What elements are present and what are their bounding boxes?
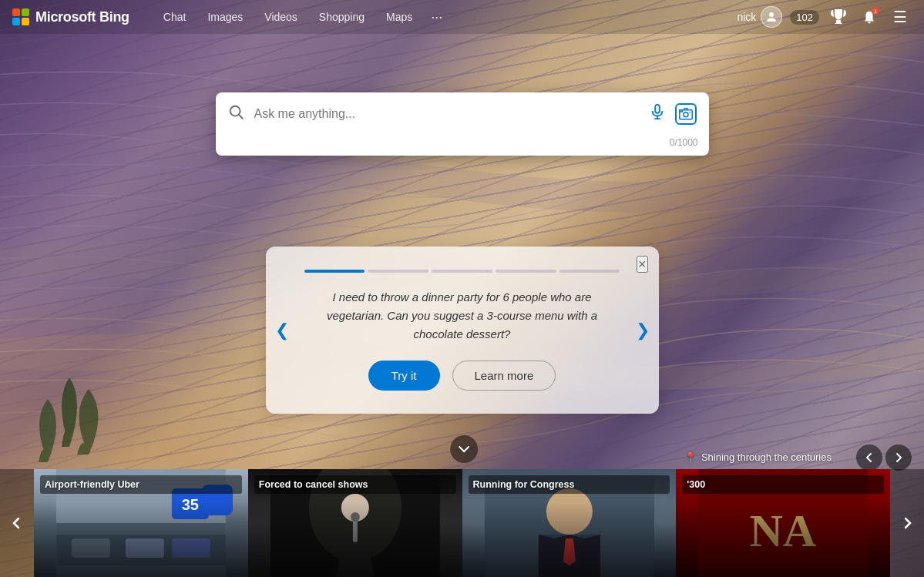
search-input-row xyxy=(228,103,697,125)
background-credit: 📍 Shining through the centuries xyxy=(684,451,832,463)
trophy-icon xyxy=(829,8,848,26)
svg-rect-8 xyxy=(689,112,690,113)
search-container: 0/1000 xyxy=(216,92,709,156)
background-nav-buttons xyxy=(856,444,912,471)
microphone-button[interactable] xyxy=(649,103,666,125)
nav-links: Chat Images Videos Shopping Maps ··· xyxy=(154,6,738,29)
svg-line-2 xyxy=(239,115,243,119)
search-icon xyxy=(228,104,245,125)
prev-tooltip-button[interactable]: ❮ xyxy=(275,320,289,340)
image-search-button[interactable] xyxy=(675,103,697,125)
bg-next-button[interactable] xyxy=(885,444,912,471)
user-name-label: nick xyxy=(737,11,756,23)
nav-chat[interactable]: Chat xyxy=(154,6,196,28)
scroll-down-button[interactable] xyxy=(450,435,478,463)
avatar xyxy=(761,6,782,28)
user-icon xyxy=(764,10,778,24)
svg-rect-9 xyxy=(679,110,682,112)
news-card-2[interactable]: Forced to cancel shows xyxy=(248,469,462,577)
logo-sq-red xyxy=(12,8,20,16)
news-card-3-title: Running for Congress xyxy=(469,475,670,494)
svg-point-0 xyxy=(769,12,774,17)
card-action-buttons: Try it Learn more xyxy=(304,361,620,391)
navbar: Microsoft Bing Chat Images Videos Shoppi… xyxy=(0,0,924,34)
logo-sq-blue xyxy=(12,18,20,25)
news-strip: 35 Airport-friendly Uber xyxy=(0,469,924,577)
try-it-button[interactable]: Try it xyxy=(368,361,440,391)
nav-maps[interactable]: Maps xyxy=(377,6,422,28)
news-card-1-title: Airport-friendly Uber xyxy=(40,475,242,494)
char-count: 0/1000 xyxy=(670,137,698,148)
hamburger-menu-button[interactable]: ☰ xyxy=(889,5,912,29)
logo-sq-yellow xyxy=(22,18,29,25)
search-box: 0/1000 xyxy=(216,92,709,156)
tooltip-card: × ❮ ❯ I need to throw a dinner party for… xyxy=(266,247,659,414)
progress-seg-2 xyxy=(368,270,428,273)
progress-seg-4 xyxy=(496,270,556,273)
chevron-right-icon xyxy=(893,452,904,463)
news-prev-icon xyxy=(10,516,24,530)
news-card-4[interactable]: NA '300 xyxy=(676,469,890,577)
nav-videos[interactable]: Videos xyxy=(255,6,307,28)
user-profile-button[interactable]: nick xyxy=(737,6,782,28)
logo-sq-green xyxy=(22,8,29,16)
points-badge[interactable]: 102 xyxy=(790,10,819,25)
credit-text: Shining through the centuries xyxy=(701,451,832,463)
nav-right-area: nick 102 1 ☰ xyxy=(737,5,912,29)
svg-rect-3 xyxy=(655,105,660,113)
chevron-down-icon xyxy=(458,443,470,455)
logo-text: Microsoft Bing xyxy=(35,9,129,25)
progress-seg-3 xyxy=(432,270,492,273)
bing-logo-squares xyxy=(12,8,29,25)
close-tooltip-button[interactable]: × xyxy=(637,256,648,273)
progress-seg-1 xyxy=(304,270,365,273)
news-card-1[interactable]: 35 Airport-friendly Uber xyxy=(34,469,248,577)
nav-more-button[interactable]: ··· xyxy=(425,6,449,29)
news-next-icon xyxy=(900,516,914,530)
nav-images[interactable]: Images xyxy=(198,6,252,28)
svg-point-1 xyxy=(230,106,240,116)
notifications-button[interactable]: 1 xyxy=(858,5,881,29)
rewards-button[interactable] xyxy=(827,5,850,29)
location-icon: 📍 xyxy=(684,451,697,463)
logo-area[interactable]: Microsoft Bing xyxy=(12,8,129,25)
chevron-left-icon xyxy=(864,452,875,463)
progress-seg-5 xyxy=(559,270,620,273)
news-card-4-title: '300 xyxy=(682,475,884,494)
notification-badge: 1 xyxy=(872,7,879,15)
tooltip-text: I need to throw a dinner party for 6 peo… xyxy=(304,288,620,344)
learn-more-button[interactable]: Learn more xyxy=(452,361,556,391)
news-cards: 35 Airport-friendly Uber xyxy=(34,469,890,577)
news-next-button[interactable] xyxy=(890,469,924,577)
progress-indicators xyxy=(304,270,620,273)
next-tooltip-button[interactable]: ❯ xyxy=(636,320,650,340)
news-prev-button[interactable] xyxy=(0,469,34,577)
news-card-2-title: Forced to cancel shows xyxy=(254,475,456,494)
search-input[interactable] xyxy=(254,107,640,121)
nav-shopping[interactable]: Shopping xyxy=(310,6,374,28)
news-card-3[interactable]: Running for Congress xyxy=(462,469,677,577)
svg-point-7 xyxy=(684,112,688,117)
bg-prev-button[interactable] xyxy=(856,444,882,471)
